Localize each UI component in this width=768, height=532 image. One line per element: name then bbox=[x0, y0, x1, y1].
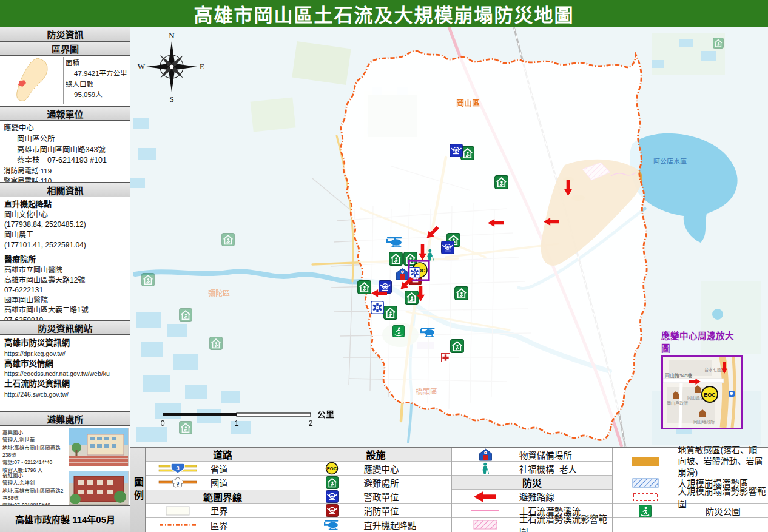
helipad-1-coord: (177938.84, 2520485.12) bbox=[4, 220, 126, 230]
legend-row-empty bbox=[613, 518, 768, 532]
legend-label-geology: 地質敏感區(落石、順向坡、岩體滑動、岩屑崩滑) bbox=[678, 445, 768, 479]
credit-footer: 高雄市政府製 114年05月 bbox=[0, 505, 130, 532]
legend-label-elderly: 社福機構_老人 bbox=[519, 462, 612, 475]
police-icon bbox=[300, 490, 364, 503]
legend-label-provincial: 省道 bbox=[211, 462, 300, 475]
shelter-1-photo bbox=[69, 428, 129, 466]
legend-header-roads: 道路 bbox=[146, 448, 300, 462]
fire-phone-line: 消防局電話:119 bbox=[4, 166, 127, 176]
website-2-url: https://eocdss.ncdr.nat.gov.tw/web/ku bbox=[4, 369, 126, 378]
ems-icon-2 bbox=[409, 268, 420, 278]
legend-label-national: 國道 bbox=[211, 476, 300, 489]
boundary-map-box: 面積 47.9421平方公里 總人口數 95,059人 bbox=[0, 56, 130, 106]
shelter-1-name: 嘉興國小 bbox=[2, 429, 68, 436]
legend-label-evac-route: 避難路線 bbox=[519, 490, 612, 503]
legend-row-national: 3 國道 bbox=[146, 476, 300, 490]
shelter-card-1: 嘉興國小 管理人:劉世華 地址:高雄市岡山區岡燕路238號 電話:07 - 62… bbox=[1, 426, 129, 468]
west-district-label: 彌陀區 bbox=[208, 289, 230, 298]
eoc-inset: 應變中心周邊放大圖 岡山路345巷 台水七區處 岡山區公所 岡山戶政所 岡山地政… bbox=[661, 329, 743, 429]
reservoir-label: 阿公店水庫 bbox=[653, 157, 687, 165]
compass-s: S bbox=[169, 95, 173, 104]
shelter-2-name: 後紅國小 bbox=[2, 472, 68, 479]
section-header-shelters: 避難處所 bbox=[0, 411, 130, 426]
page-title: 高雄市岡山區土石流及大規模崩塌防災地圖 bbox=[194, 0, 574, 27]
hospital-icon bbox=[441, 353, 450, 362]
hospital-1: 高雄市立岡山醫院 bbox=[4, 265, 126, 275]
geology-zone-icon bbox=[613, 456, 678, 467]
scale-1: 1 bbox=[234, 419, 238, 428]
legend-row-elderly: 社福機構_老人 bbox=[452, 462, 612, 476]
legend-row-district-boundary: 區界 bbox=[146, 518, 300, 532]
kaohsiung-minimap bbox=[1, 57, 64, 104]
section-header-boundary-map: 區界圖 bbox=[0, 41, 130, 56]
evacuation-route-icon bbox=[452, 491, 519, 502]
shelters-box: 嘉興國小 管理人:劉世華 地址:高雄市岡山區岡燕路238號 電話:07 - 62… bbox=[0, 426, 130, 513]
scale-0: 0 bbox=[160, 419, 164, 428]
legend-label-fire: 消防單位 bbox=[364, 504, 451, 517]
legend-label-disaster-park: 防災公園 bbox=[678, 505, 768, 517]
website-2-name: 高雄市災情網 bbox=[4, 358, 126, 370]
south-district-label: 橋頭區 bbox=[416, 388, 437, 396]
shelter-2-address: 地址:高雄市岡山區岡燕路2巷88號 bbox=[2, 487, 68, 502]
provincial-road-icon: 3 bbox=[146, 463, 211, 474]
website-1-url: https://dpr.kcg.gov.tw/ bbox=[4, 349, 126, 358]
legend-col-prevention: 物資儲備場所 社福機構_老人 防災 避難路線 土石流潛勢溪流 bbox=[452, 448, 613, 532]
svg-text:3: 3 bbox=[177, 480, 180, 486]
legend-header-prevention: 防災 bbox=[452, 476, 612, 490]
legend: 圖例 道路 3 省道 bbox=[130, 447, 768, 532]
national-road-icon: 3 bbox=[146, 477, 211, 488]
legend-row-village-boundary: 里界 bbox=[146, 504, 300, 518]
svg-text:EOC: EOC bbox=[327, 466, 337, 471]
sidebar: 防災資訊 區界圖 面積 47.9421平方公里 總人口數 95,059人 通報單… bbox=[0, 27, 130, 532]
inset-land-label: 岡山地政所 bbox=[693, 419, 715, 425]
legend-tag: 圖例 bbox=[130, 448, 146, 532]
collapse-impact-icon bbox=[613, 492, 678, 502]
legend-row-police: 警政單位 bbox=[300, 490, 451, 504]
section-header-report-units: 通報單位 bbox=[0, 106, 130, 121]
village-boundary-icon bbox=[146, 506, 211, 516]
compass-w: W bbox=[138, 62, 146, 71]
shelter-2-photo bbox=[69, 471, 129, 510]
population-value: 95,059人 bbox=[66, 90, 129, 100]
office-address-line: 高雄市岡山區岡山路343號 bbox=[4, 145, 127, 156]
compass-n: N bbox=[169, 31, 175, 40]
fire-dept-icon bbox=[300, 504, 364, 517]
helipad-2-coord: (177101.41, 2522591.04) bbox=[4, 240, 126, 251]
legend-row-debris-impact: 土石流潛勢溪流影響範圍 bbox=[452, 518, 612, 532]
hospital-1-addr: 高雄市岡山區壽天路12號 bbox=[4, 275, 126, 286]
section-header-disaster-info: 防災資訊 bbox=[0, 27, 130, 41]
shelter-1-address: 地址:高雄市岡山區岡燕路238號 bbox=[2, 444, 68, 459]
helipad-2: 岡山農工 bbox=[4, 230, 126, 240]
area-label: 面積 bbox=[66, 58, 129, 69]
scale-2: 2 bbox=[308, 419, 312, 428]
shelter-2-manager: 管理人:余坤釗 bbox=[2, 479, 68, 487]
inset-eoc-label: EOC bbox=[704, 392, 716, 398]
collapse-zone-icon bbox=[613, 478, 678, 488]
legend-label-district-boundary: 區界 bbox=[211, 519, 300, 531]
legend-row-helipad: 直升機起降點 bbox=[300, 518, 451, 532]
legend-row-geology: 地質敏感區(落石、順向坡、岩體滑動、岩屑崩滑) bbox=[613, 448, 768, 476]
helipad-icon bbox=[300, 519, 364, 531]
legend-row-eoc: EOC 應變中心 bbox=[300, 462, 451, 476]
ems-icon-1 bbox=[371, 301, 383, 314]
shelter-1-tel: 電話:07 - 6212414*40 bbox=[2, 459, 68, 466]
legend-label-helipad: 直升機起降點 bbox=[364, 519, 451, 531]
disaster-park-icon-legend bbox=[613, 505, 678, 517]
legend-col-facilities: 設施 EOC 應變中心 避難處所 警政單位 消防單位 bbox=[300, 448, 452, 532]
legend-row-collapse-impact: 大規模崩塌潛勢影響範圍 bbox=[613, 490, 768, 504]
district-label: 岡山區 bbox=[456, 98, 480, 107]
district-boundary-icon bbox=[146, 522, 211, 527]
supply-storage-icon bbox=[452, 448, 519, 461]
district-office-line: 岡山區公所 bbox=[4, 134, 127, 145]
inset-map-box: 岡山路345巷 台水七區處 岡山區公所 岡山戶政所 岡山地政所 EOC bbox=[661, 355, 743, 429]
shelter-1-manager: 管理人:劉世華 bbox=[2, 436, 68, 443]
websites-box: 高雄市防災資訊網 https://dpr.kcg.gov.tw/ 高雄市災情網 … bbox=[0, 335, 130, 411]
legend-row-fire: 消防單位 bbox=[300, 504, 451, 518]
boundary-stats: 面積 47.9421平方公里 總人口數 95,059人 bbox=[66, 58, 129, 100]
helipad-1: 岡山文化中心 bbox=[4, 210, 126, 220]
elderly-welfare-icon bbox=[452, 462, 519, 475]
helipad-title: 直升機起降點 bbox=[4, 200, 52, 209]
section-header-websites: 防災資訊網站 bbox=[0, 320, 130, 335]
hospital-2: 國軍岡山醫院 bbox=[4, 295, 126, 306]
police-phone-line: 警察局電話:110 bbox=[4, 176, 127, 183]
